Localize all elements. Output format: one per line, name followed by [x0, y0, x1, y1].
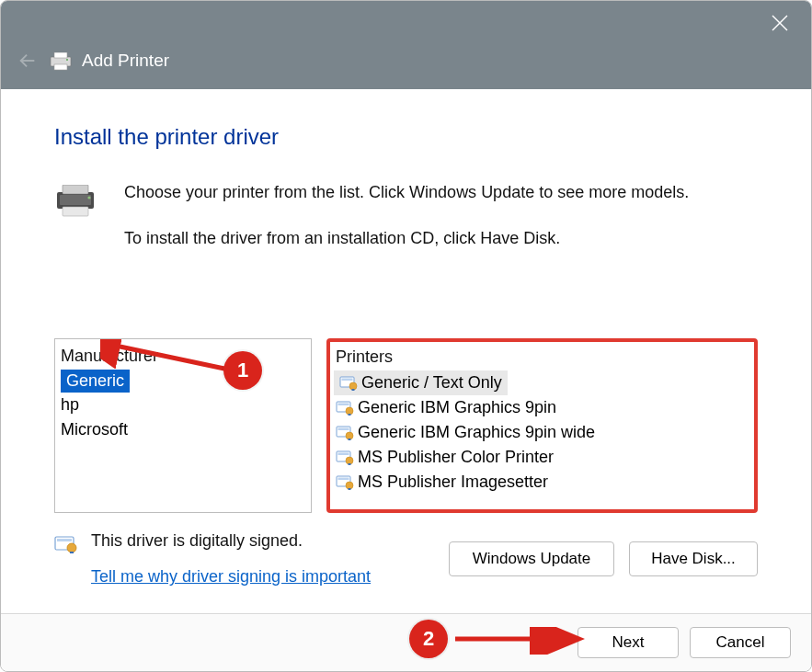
printer-item[interactable]: MS Publisher Color Printer — [330, 445, 754, 470]
next-button[interactable]: Next — [578, 627, 679, 658]
printer-item[interactable]: Generic IBM Graphics 9pin wide — [330, 420, 754, 445]
svg-rect-13 — [342, 378, 353, 381]
cert-icon — [336, 401, 354, 416]
printer-icon — [49, 52, 73, 71]
printer-illustration-icon — [54, 185, 97, 218]
manufacturer-item[interactable]: Microsoft — [55, 417, 311, 442]
svg-rect-25 — [338, 477, 349, 480]
cert-icon — [54, 535, 78, 553]
cert-icon — [336, 450, 354, 465]
manufacturer-item[interactable]: Generic — [61, 370, 130, 393]
description-text: Choose your printer from the list. Click… — [124, 183, 689, 274]
printer-item-label: Generic IBM Graphics 9pin wide — [358, 423, 595, 442]
printer-item-label: MS Publisher Color Printer — [358, 448, 554, 467]
manufacturer-item[interactable]: hp — [55, 393, 311, 417]
printer-item[interactable]: Generic / Text Only — [334, 370, 508, 395]
back-arrow-icon — [17, 51, 38, 71]
windows-update-button[interactable]: Windows Update — [449, 541, 614, 576]
svg-point-29 — [67, 543, 76, 552]
description-line-1: Choose your printer from the list. Click… — [124, 183, 689, 203]
svg-point-11 — [87, 196, 90, 199]
svg-rect-10 — [63, 207, 88, 216]
printers-listbox[interactable]: Printers Generic / Text OnlyGeneric IBM … — [326, 338, 758, 513]
description-line-2: To install the driver from an installati… — [124, 229, 689, 249]
signed-text: This driver is digitally signed. — [91, 531, 371, 551]
printer-item[interactable]: MS Publisher Imagesetter — [330, 470, 754, 495]
cancel-button[interactable]: Cancel — [690, 627, 791, 658]
have-disk-button[interactable]: Have Disk... — [629, 541, 758, 576]
svg-point-6 — [66, 59, 68, 61]
titlebar: Add Printer — [1, 1, 811, 89]
svg-rect-16 — [338, 403, 349, 405]
svg-rect-5 — [54, 64, 67, 70]
annotation-circle-2: 2 — [409, 620, 448, 658]
svg-rect-8 — [60, 195, 91, 205]
close-icon[interactable] — [769, 12, 791, 34]
content-area: Install the printer driver Choose your p… — [1, 89, 811, 613]
printer-item-label: Generic IBM Graphics 9pin — [358, 398, 556, 417]
page-title: Add Printer — [82, 51, 169, 71]
signing-important-link[interactable]: Tell me why driver signing is important — [91, 567, 371, 587]
printer-item-label: Generic / Text Only — [361, 373, 502, 393]
svg-point-26 — [346, 482, 353, 489]
svg-rect-4 — [54, 52, 67, 58]
svg-rect-19 — [338, 427, 349, 430]
svg-rect-28 — [57, 539, 72, 541]
svg-rect-9 — [63, 185, 88, 194]
svg-point-17 — [346, 407, 353, 415]
manufacturer-list: GenerichpMicrosoft — [55, 370, 311, 442]
manufacturer-listbox[interactable]: Manufacturer GenerichpMicrosoft — [54, 338, 312, 513]
printers-list: Generic / Text OnlyGeneric IBM Graphics … — [330, 370, 754, 495]
svg-point-14 — [349, 382, 357, 390]
add-printer-dialog: Add Printer Install the printer driver C… — [0, 0, 812, 672]
printers-header: Printers — [330, 346, 754, 370]
cert-icon — [336, 475, 354, 490]
svg-point-20 — [346, 432, 353, 439]
manufacturer-header: Manufacturer — [55, 345, 311, 370]
svg-point-23 — [346, 457, 353, 464]
svg-rect-22 — [338, 452, 349, 455]
printer-item[interactable]: Generic IBM Graphics 9pin — [330, 395, 754, 420]
cert-icon — [336, 426, 354, 440]
annotation-circle-1: 1 — [223, 351, 262, 390]
annotation-arrow-2 — [452, 627, 589, 655]
footer: Next Cancel 2 — [1, 613, 811, 671]
cert-icon — [339, 376, 358, 391]
printer-item-label: MS Publisher Imagesetter — [358, 473, 548, 492]
heading: Install the printer driver — [54, 124, 758, 150]
